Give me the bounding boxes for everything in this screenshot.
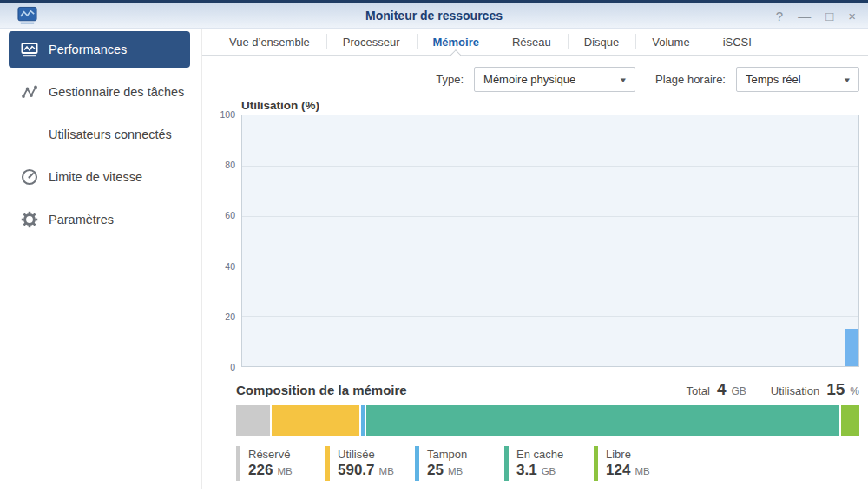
close-icon[interactable]: ×: [848, 10, 856, 23]
sidebar-item-label: Limite de vitesse: [49, 170, 142, 184]
sidebar-item-label: Gestionnaire des tâches: [49, 85, 184, 99]
total-label: Total: [686, 384, 709, 397]
minimize-icon[interactable]: —: [798, 10, 811, 23]
utilisation-chart: 020406080100: [241, 115, 859, 367]
sidebar-item-label: Paramètres: [49, 213, 114, 226]
sidebar-item-label: Performances: [49, 43, 127, 56]
maximize-icon[interactable]: □: [825, 10, 833, 23]
gridline-40: [242, 266, 858, 266]
legend-value: 25: [427, 462, 444, 479]
legend-label: Libre: [606, 447, 683, 462]
sidebar-item-limite-vitesse[interactable]: Limite de vitesse: [9, 159, 190, 195]
total-unit: GB: [731, 385, 746, 397]
legend-label: Tampon: [427, 447, 504, 462]
titlebar: Moniteur de ressources ? — □ ×: [0, 0, 868, 29]
usage-value: 15: [826, 380, 845, 399]
type-label: Type:: [436, 73, 464, 86]
window-title: Moniteur de ressources: [0, 3, 868, 29]
gridline-60: [242, 216, 858, 217]
legend-unit: GB: [542, 462, 556, 480]
gridline-80: [242, 166, 858, 167]
memory-composition-bar: [236, 405, 859, 436]
utilisation-plot: [241, 115, 859, 367]
y-axis-tick-100: 100: [220, 109, 235, 120]
settings-gear-icon: [21, 211, 38, 228]
time-range-select-value: Temps réel: [746, 73, 801, 86]
help-icon[interactable]: ?: [776, 10, 783, 23]
legend-unit: MB: [635, 462, 649, 480]
legend-value: 124: [606, 462, 630, 479]
memory-segment-utilisee: [272, 405, 359, 436]
composition-header: Composition de la mémoire Total 4 GB Uti…: [236, 380, 859, 399]
legend-label: En cache: [516, 447, 594, 462]
usage-unit: %: [850, 385, 859, 397]
y-axis-tick-80: 80: [225, 160, 235, 170]
legend-item-reserve: Réservé 226MB: [236, 446, 326, 481]
y-axis-tick-40: 40: [225, 261, 235, 272]
time-range-select[interactable]: Temps réel ▼: [736, 67, 859, 92]
current-utilisation-bar: [845, 329, 858, 366]
sidebar-item-gestionnaire-taches[interactable]: Gestionnaire des tâches: [9, 74, 190, 110]
main-panel: Vue d’ensemble Processeur Mémoire Réseau…: [202, 29, 868, 489]
type-select-value: Mémoire physique: [483, 73, 575, 86]
tab-volume[interactable]: Volume: [635, 29, 706, 55]
legend-unit: MB: [277, 462, 292, 480]
y-axis-tick-0: 0: [230, 362, 235, 372]
tab-vue-densemble[interactable]: Vue d’ensemble: [213, 29, 326, 55]
speed-gauge-icon: [21, 168, 38, 186]
sidebar-item-label: Utilisateurs connectés: [49, 128, 172, 141]
y-axis-tick-20: 20: [225, 312, 235, 322]
legend-unit: MB: [448, 462, 463, 480]
active-tab-notch: [450, 49, 462, 61]
memory-segment-libre: [841, 405, 859, 436]
gridline-20: [242, 316, 858, 317]
legend-unit: MB: [379, 462, 394, 480]
sidebar-item-utilisateurs-connectes[interactable]: Utilisateurs connectés: [9, 116, 190, 153]
legend-item-encache: En cache 3.1GB: [504, 446, 594, 481]
chevron-down-icon: ▼: [619, 75, 628, 83]
chart-title: Utilisation (%): [241, 99, 859, 112]
tab-memoire[interactable]: Mémoire: [417, 29, 496, 55]
legend-label: Utilisée: [338, 447, 415, 462]
tab-reseau[interactable]: Réseau: [496, 29, 568, 55]
sidebar-item-performances[interactable]: Performances: [9, 31, 190, 68]
tab-processeur[interactable]: Processeur: [326, 29, 417, 55]
legend-value: 590.7: [338, 462, 375, 479]
legend-item-tampon: Tampon 25MB: [415, 446, 504, 481]
usage-label: Utilisation: [771, 384, 819, 397]
tab-iscsi[interactable]: iSCSI: [707, 29, 768, 55]
type-select[interactable]: Mémoire physique ▼: [474, 67, 635, 92]
memory-legend: Réservé 226MB Utilisée 590.7MB Tampon 25…: [236, 446, 859, 481]
legend-value: 226: [248, 462, 273, 479]
memory-segment-encache: [366, 405, 838, 436]
range-label: Plage horaire:: [655, 73, 726, 86]
composition-heading: Composition de la mémoire: [236, 383, 407, 397]
memory-segment-tampon: [361, 405, 365, 436]
tabbar: Vue d’ensemble Processeur Mémoire Réseau…: [202, 29, 868, 56]
sidebar-item-parametres[interactable]: Paramètres: [9, 201, 190, 238]
filter-row: Type: Mémoire physique ▼ Plage horaire: …: [236, 67, 859, 92]
memory-segment-reserve: [236, 405, 270, 436]
legend-item-utilisee: Utilisée 590.7MB: [326, 446, 415, 481]
chevron-down-icon: ▼: [843, 75, 852, 83]
y-axis-tick-60: 60: [225, 210, 235, 220]
performance-chart-icon: [21, 41, 38, 58]
sidebar: Performances Gestionnaire des tâches Uti…: [0, 29, 202, 489]
task-manager-icon: [21, 83, 38, 101]
legend-label: Réservé: [248, 447, 326, 462]
tab-disque[interactable]: Disque: [568, 29, 635, 55]
legend-value: 3.1: [516, 462, 537, 479]
legend-item-libre: Libre 124MB: [594, 446, 683, 481]
total-value: 4: [717, 380, 727, 399]
